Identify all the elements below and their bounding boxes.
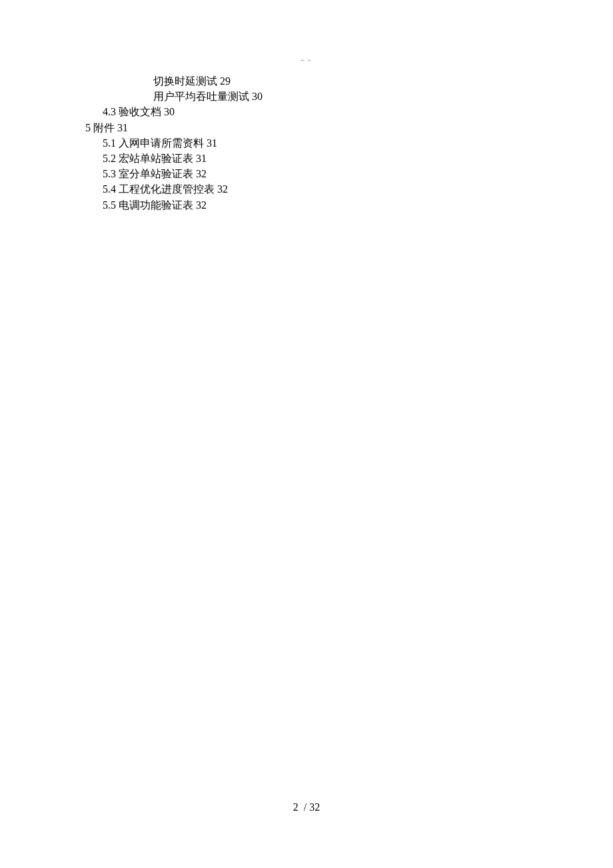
toc-num: 5.5 (103, 199, 116, 211)
toc-text: 工程优化进度管控表 (119, 183, 215, 195)
toc-num: 4.3 (103, 106, 116, 117)
toc-num: 5 (85, 122, 91, 133)
toc-page: 31 (117, 122, 128, 133)
toc-text: 入网申请所需资料 (119, 137, 204, 149)
toc-page: 29 (220, 75, 231, 87)
toc-entry: 切换时延测试 29 (0, 73, 613, 89)
toc-num: 5.1 (103, 137, 116, 149)
page-current: 2 (293, 801, 299, 813)
toc-content: 切换时延测试 29 用户平均吞吐量测试 30 4.3 验收文档 30 5 附件 … (0, 73, 613, 213)
toc-entry: 5.1 入网申请所需资料 31 (0, 135, 613, 151)
toc-text: 附件 (93, 122, 115, 133)
toc-page: 30 (252, 91, 263, 102)
toc-page: 30 (164, 106, 175, 117)
toc-text: 切换时延测试 (153, 75, 217, 87)
toc-entry: 5.3 室分单站验证表 32 (0, 166, 613, 181)
toc-entry: 5.4 工程优化进度管控表 32 (0, 181, 613, 197)
page-sep: / (304, 801, 306, 813)
toc-page: 31 (207, 137, 217, 149)
page-total: 32 (309, 801, 320, 813)
toc-num: 5.3 (103, 168, 116, 179)
toc-text: 验收文档 (119, 106, 161, 117)
toc-entry: 5.2 宏站单站验证表 31 (0, 151, 613, 166)
toc-page: 32 (196, 199, 207, 211)
toc-entry: 5.5 电调功能验证表 32 (0, 197, 613, 213)
toc-entry: 4.3 验收文档 30 (0, 104, 613, 119)
toc-section: 5 附件 31 (0, 120, 613, 135)
toc-text: 电调功能验证表 (119, 199, 193, 211)
toc-num: 5.2 (103, 153, 116, 164)
page-footer: 2 / 32 (0, 801, 613, 813)
toc-text: 用户平均吞吐量测试 (153, 91, 249, 102)
toc-text: 宏站单站验证表 (119, 153, 193, 164)
toc-num: 5.4 (103, 183, 116, 195)
toc-page: 32 (217, 183, 228, 195)
toc-page: 31 (196, 153, 207, 164)
header-mark: - - (301, 55, 312, 63)
toc-entry: 用户平均吞吐量测试 30 (0, 89, 613, 104)
toc-text: 室分单站验证表 (119, 168, 193, 179)
toc-page: 32 (196, 168, 207, 179)
